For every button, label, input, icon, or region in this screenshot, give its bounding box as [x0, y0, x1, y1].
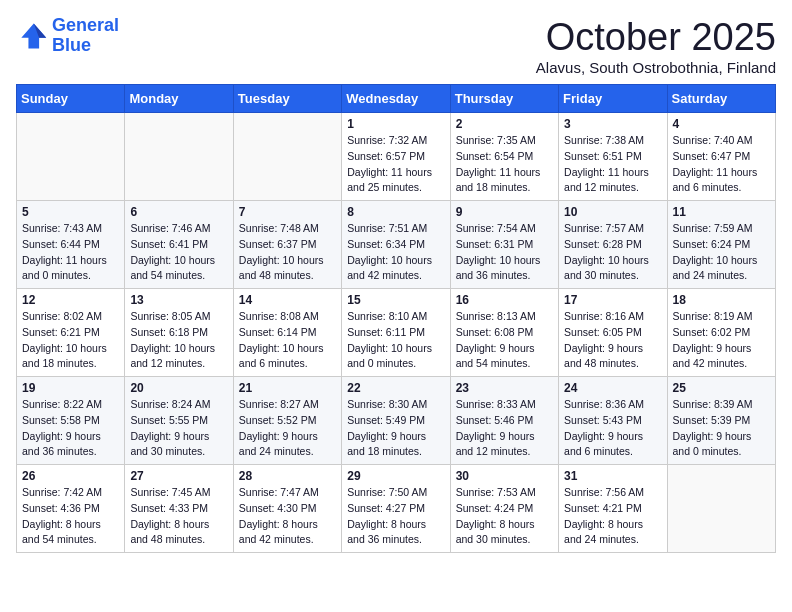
weekday-header: Wednesday	[342, 85, 450, 113]
day-info: Sunrise: 8:08 AM Sunset: 6:14 PM Dayligh…	[239, 309, 336, 372]
weekday-header-row: SundayMondayTuesdayWednesdayThursdayFrid…	[17, 85, 776, 113]
calendar-cell: 11Sunrise: 7:59 AM Sunset: 6:24 PM Dayli…	[667, 201, 775, 289]
day-number: 29	[347, 469, 444, 483]
calendar-cell: 28Sunrise: 7:47 AM Sunset: 4:30 PM Dayli…	[233, 465, 341, 553]
calendar-cell: 1Sunrise: 7:32 AM Sunset: 6:57 PM Daylig…	[342, 113, 450, 201]
calendar-week-row: 1Sunrise: 7:32 AM Sunset: 6:57 PM Daylig…	[17, 113, 776, 201]
day-number: 9	[456, 205, 553, 219]
day-info: Sunrise: 8:13 AM Sunset: 6:08 PM Dayligh…	[456, 309, 553, 372]
day-info: Sunrise: 7:38 AM Sunset: 6:51 PM Dayligh…	[564, 133, 661, 196]
title-block: October 2025 Alavus, South Ostrobothnia,…	[536, 16, 776, 76]
calendar-cell: 29Sunrise: 7:50 AM Sunset: 4:27 PM Dayli…	[342, 465, 450, 553]
day-info: Sunrise: 8:27 AM Sunset: 5:52 PM Dayligh…	[239, 397, 336, 460]
calendar-cell: 24Sunrise: 8:36 AM Sunset: 5:43 PM Dayli…	[559, 377, 667, 465]
logo-icon	[16, 20, 48, 52]
day-info: Sunrise: 7:57 AM Sunset: 6:28 PM Dayligh…	[564, 221, 661, 284]
logo-line1: General	[52, 15, 119, 35]
day-info: Sunrise: 8:10 AM Sunset: 6:11 PM Dayligh…	[347, 309, 444, 372]
weekday-header: Saturday	[667, 85, 775, 113]
day-number: 27	[130, 469, 227, 483]
day-number: 5	[22, 205, 119, 219]
calendar-table: SundayMondayTuesdayWednesdayThursdayFrid…	[16, 84, 776, 553]
day-number: 2	[456, 117, 553, 131]
calendar-cell: 12Sunrise: 8:02 AM Sunset: 6:21 PM Dayli…	[17, 289, 125, 377]
day-number: 1	[347, 117, 444, 131]
day-info: Sunrise: 7:50 AM Sunset: 4:27 PM Dayligh…	[347, 485, 444, 548]
calendar-cell	[667, 465, 775, 553]
weekday-header: Friday	[559, 85, 667, 113]
day-info: Sunrise: 7:47 AM Sunset: 4:30 PM Dayligh…	[239, 485, 336, 548]
day-number: 21	[239, 381, 336, 395]
day-info: Sunrise: 8:24 AM Sunset: 5:55 PM Dayligh…	[130, 397, 227, 460]
location-subtitle: Alavus, South Ostrobothnia, Finland	[536, 59, 776, 76]
calendar-cell: 3Sunrise: 7:38 AM Sunset: 6:51 PM Daylig…	[559, 113, 667, 201]
day-number: 11	[673, 205, 770, 219]
day-number: 12	[22, 293, 119, 307]
day-number: 30	[456, 469, 553, 483]
day-number: 16	[456, 293, 553, 307]
calendar-cell: 15Sunrise: 8:10 AM Sunset: 6:11 PM Dayli…	[342, 289, 450, 377]
day-number: 31	[564, 469, 661, 483]
month-title: October 2025	[536, 16, 776, 59]
weekday-header: Sunday	[17, 85, 125, 113]
day-info: Sunrise: 8:39 AM Sunset: 5:39 PM Dayligh…	[673, 397, 770, 460]
calendar-cell: 30Sunrise: 7:53 AM Sunset: 4:24 PM Dayli…	[450, 465, 558, 553]
calendar-cell: 9Sunrise: 7:54 AM Sunset: 6:31 PM Daylig…	[450, 201, 558, 289]
day-info: Sunrise: 7:53 AM Sunset: 4:24 PM Dayligh…	[456, 485, 553, 548]
day-number: 14	[239, 293, 336, 307]
logo: General Blue	[16, 16, 119, 56]
day-number: 26	[22, 469, 119, 483]
day-number: 6	[130, 205, 227, 219]
calendar-week-row: 26Sunrise: 7:42 AM Sunset: 4:36 PM Dayli…	[17, 465, 776, 553]
calendar-cell: 2Sunrise: 7:35 AM Sunset: 6:54 PM Daylig…	[450, 113, 558, 201]
weekday-header: Thursday	[450, 85, 558, 113]
day-number: 13	[130, 293, 227, 307]
calendar-cell: 17Sunrise: 8:16 AM Sunset: 6:05 PM Dayli…	[559, 289, 667, 377]
day-number: 25	[673, 381, 770, 395]
calendar-cell: 8Sunrise: 7:51 AM Sunset: 6:34 PM Daylig…	[342, 201, 450, 289]
day-info: Sunrise: 8:16 AM Sunset: 6:05 PM Dayligh…	[564, 309, 661, 372]
day-number: 28	[239, 469, 336, 483]
day-number: 20	[130, 381, 227, 395]
day-number: 4	[673, 117, 770, 131]
day-info: Sunrise: 8:05 AM Sunset: 6:18 PM Dayligh…	[130, 309, 227, 372]
calendar-cell: 31Sunrise: 7:56 AM Sunset: 4:21 PM Dayli…	[559, 465, 667, 553]
day-info: Sunrise: 8:02 AM Sunset: 6:21 PM Dayligh…	[22, 309, 119, 372]
day-info: Sunrise: 7:48 AM Sunset: 6:37 PM Dayligh…	[239, 221, 336, 284]
day-info: Sunrise: 7:35 AM Sunset: 6:54 PM Dayligh…	[456, 133, 553, 196]
calendar-cell: 18Sunrise: 8:19 AM Sunset: 6:02 PM Dayli…	[667, 289, 775, 377]
day-info: Sunrise: 7:54 AM Sunset: 6:31 PM Dayligh…	[456, 221, 553, 284]
calendar-cell: 13Sunrise: 8:05 AM Sunset: 6:18 PM Dayli…	[125, 289, 233, 377]
day-info: Sunrise: 8:33 AM Sunset: 5:46 PM Dayligh…	[456, 397, 553, 460]
calendar-cell: 22Sunrise: 8:30 AM Sunset: 5:49 PM Dayli…	[342, 377, 450, 465]
day-info: Sunrise: 8:30 AM Sunset: 5:49 PM Dayligh…	[347, 397, 444, 460]
calendar-cell	[17, 113, 125, 201]
calendar-cell: 21Sunrise: 8:27 AM Sunset: 5:52 PM Dayli…	[233, 377, 341, 465]
day-info: Sunrise: 7:42 AM Sunset: 4:36 PM Dayligh…	[22, 485, 119, 548]
calendar-cell: 6Sunrise: 7:46 AM Sunset: 6:41 PM Daylig…	[125, 201, 233, 289]
day-number: 3	[564, 117, 661, 131]
calendar-cell: 23Sunrise: 8:33 AM Sunset: 5:46 PM Dayli…	[450, 377, 558, 465]
calendar-cell: 10Sunrise: 7:57 AM Sunset: 6:28 PM Dayli…	[559, 201, 667, 289]
calendar-cell: 27Sunrise: 7:45 AM Sunset: 4:33 PM Dayli…	[125, 465, 233, 553]
calendar-cell: 4Sunrise: 7:40 AM Sunset: 6:47 PM Daylig…	[667, 113, 775, 201]
day-number: 22	[347, 381, 444, 395]
day-number: 7	[239, 205, 336, 219]
calendar-cell: 26Sunrise: 7:42 AM Sunset: 4:36 PM Dayli…	[17, 465, 125, 553]
calendar-cell: 7Sunrise: 7:48 AM Sunset: 6:37 PM Daylig…	[233, 201, 341, 289]
day-info: Sunrise: 7:59 AM Sunset: 6:24 PM Dayligh…	[673, 221, 770, 284]
day-number: 8	[347, 205, 444, 219]
calendar-week-row: 5Sunrise: 7:43 AM Sunset: 6:44 PM Daylig…	[17, 201, 776, 289]
calendar-cell: 5Sunrise: 7:43 AM Sunset: 6:44 PM Daylig…	[17, 201, 125, 289]
calendar-week-row: 19Sunrise: 8:22 AM Sunset: 5:58 PM Dayli…	[17, 377, 776, 465]
day-info: Sunrise: 7:40 AM Sunset: 6:47 PM Dayligh…	[673, 133, 770, 196]
weekday-header: Monday	[125, 85, 233, 113]
day-info: Sunrise: 8:36 AM Sunset: 5:43 PM Dayligh…	[564, 397, 661, 460]
day-info: Sunrise: 7:32 AM Sunset: 6:57 PM Dayligh…	[347, 133, 444, 196]
logo-line2: Blue	[52, 35, 91, 55]
day-number: 10	[564, 205, 661, 219]
calendar-cell: 16Sunrise: 8:13 AM Sunset: 6:08 PM Dayli…	[450, 289, 558, 377]
day-info: Sunrise: 7:51 AM Sunset: 6:34 PM Dayligh…	[347, 221, 444, 284]
day-number: 24	[564, 381, 661, 395]
day-info: Sunrise: 7:46 AM Sunset: 6:41 PM Dayligh…	[130, 221, 227, 284]
